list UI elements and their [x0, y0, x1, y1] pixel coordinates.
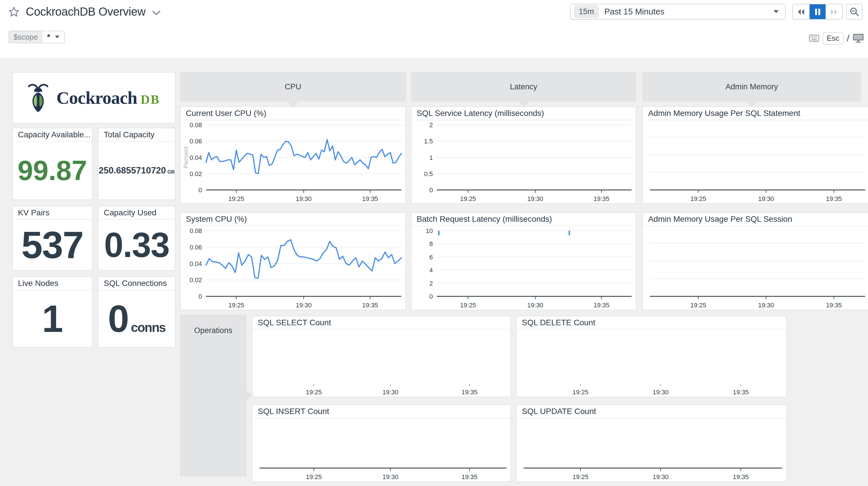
chart-title: Current User CPU (%) — [181, 107, 405, 120]
pause-icon — [814, 8, 821, 16]
chart-card-batch-request-latency[interactable]: Batch Request Latency (milliseconds) 246… — [411, 212, 636, 310]
chart-plot-sql-update-count[interactable]: 19:2519:3019:35 — [517, 418, 786, 481]
zoom-out-button[interactable] — [846, 4, 863, 20]
fast-forward-button[interactable] — [826, 4, 842, 19]
chart-title: SQL INSERT Count — [252, 405, 510, 418]
title-dropdown-chevron-icon[interactable] — [152, 10, 161, 16]
svg-text:19:25: 19:25 — [306, 473, 322, 481]
stat-value: 0 — [108, 297, 129, 341]
chart-plot-system-cpu[interactable]: 0.020.040.060.08019:2519:3019:35 — [181, 226, 405, 310]
chart-card-admin-memory-session[interactable]: Admin Memory Usage Per SQL Session 19:25… — [642, 212, 868, 310]
tv-mode-icon[interactable] — [853, 32, 864, 44]
chart-card-sql-delete-count[interactable]: SQL DELETE Count 19:2519:3019:35 — [516, 316, 787, 397]
svg-text:19:35: 19:35 — [826, 302, 842, 309]
svg-text:19:30: 19:30 — [653, 473, 669, 481]
stat-value: 250.6855710720 — [98, 165, 166, 176]
chart-plot-batch-request-latency[interactable]: 246810019:2519:3019:35 — [411, 226, 636, 310]
stat-unit: GB — [167, 169, 175, 175]
svg-text:19:35: 19:35 — [593, 302, 610, 309]
chart-title: System CPU (%) — [181, 213, 405, 226]
chart-title: SQL SELECT Count — [252, 316, 510, 330]
svg-text:0: 0 — [429, 293, 433, 300]
svg-text:0.04: 0.04 — [190, 154, 202, 161]
svg-text:0: 0 — [198, 293, 202, 300]
stat-card-kv-pairs[interactable]: KV Pairs 537 — [12, 206, 92, 270]
top-bar: CockroachDB Overview 15m Past 15 Minutes… — [0, 0, 868, 58]
stat-card-live-nodes[interactable]: Live Nodes 1 — [12, 277, 92, 347]
time-preset-badge: 15m — [574, 5, 599, 18]
chart-plot-admin-memory-statement[interactable]: 19:2519:3019:35 — [643, 120, 868, 203]
favorite-star-icon[interactable] — [8, 6, 19, 17]
chart-card-admin-memory-statement[interactable]: Admin Memory Usage Per SQL Statement 19:… — [642, 106, 868, 204]
chart-plot-sql-select-count[interactable]: 19:2519:3019:35 — [252, 330, 510, 397]
shortcut-hints: Esc / — [809, 31, 864, 46]
svg-text:8: 8 — [429, 240, 433, 248]
svg-text:0.02: 0.02 — [190, 277, 202, 284]
group-header-operations[interactable]: Operations — [180, 315, 246, 477]
time-range-select[interactable]: 15m Past 15 Minutes — [570, 4, 786, 20]
group-header-cpu[interactable]: CPU — [180, 72, 406, 102]
group-header-label: Latency — [510, 82, 537, 91]
svg-text:19:35: 19:35 — [733, 473, 749, 481]
stat-label: KV Pairs — [13, 206, 92, 220]
chart-card-sql-select-count[interactable]: SQL SELECT Count 19:2519:3019:35 — [252, 316, 511, 397]
chart-plot-sql-delete-count[interactable]: 19:2519:3019:35 — [517, 330, 786, 397]
svg-text:2: 2 — [429, 121, 433, 128]
svg-text:19:35: 19:35 — [593, 195, 610, 202]
svg-text:0.08: 0.08 — [190, 121, 202, 128]
svg-text:19:25: 19:25 — [690, 195, 706, 202]
svg-text:19:35: 19:35 — [362, 302, 378, 309]
svg-text:19:30: 19:30 — [758, 302, 774, 309]
svg-text:0: 0 — [429, 187, 433, 194]
chart-plot-admin-memory-session[interactable]: 19:2519:3019:35 — [643, 226, 868, 310]
stat-card-capacity-used[interactable]: Capacity Used 0.33 — [98, 206, 176, 270]
stat-label: Capacity Used — [98, 206, 175, 220]
svg-text:19:25: 19:25 — [228, 195, 244, 202]
stat-label: SQL Connections — [98, 277, 175, 290]
cockroachdb-logo-card[interactable]: CockroachDB — [12, 72, 176, 123]
stat-unit: conns — [131, 320, 165, 335]
stat-card-capacity-available[interactable]: Capacity Available... 99.87 — [12, 128, 92, 200]
time-range-label: Past 15 Minutes — [604, 7, 664, 17]
svg-text:Percent: Percent — [182, 147, 190, 169]
chart-card-sql-update-count[interactable]: SQL UPDATE Count 19:2519:3019:35 — [516, 404, 787, 482]
stat-card-total-capacity[interactable]: Total Capacity 250.6855710720GB — [98, 128, 176, 200]
scope-template-variable[interactable]: $scope * — [8, 31, 65, 44]
stat-value: 1 — [42, 297, 62, 341]
svg-text:19:35: 19:35 — [461, 473, 477, 481]
chart-title: SQL UPDATE Count — [517, 405, 786, 418]
svg-text:19:25: 19:25 — [690, 302, 706, 309]
svg-text:19:30: 19:30 — [758, 195, 774, 202]
page-title: CockroachDB Overview — [26, 5, 146, 18]
group-notch — [246, 390, 252, 401]
chart-card-current-user-cpu[interactable]: Current User CPU (%) 0.020.040.060.08019… — [180, 106, 406, 204]
stat-label: Capacity Available... — [13, 128, 92, 142]
chart-card-sql-insert-count[interactable]: SQL INSERT Count 19:2519:3019:35 — [252, 404, 511, 482]
chart-plot-sql-service-latency[interactable]: 0.511.52019:2519:3019:35 — [411, 120, 636, 203]
chart-plot-current-user-cpu[interactable]: 0.020.040.060.08019:2519:3019:35Percent — [181, 120, 405, 203]
esc-key-badge: Esc — [823, 32, 843, 45]
svg-text:19:25: 19:25 — [460, 302, 476, 309]
chart-card-sql-service-latency[interactable]: SQL Service Latency (milliseconds) 0.511… — [411, 106, 636, 204]
group-header-latency[interactable]: Latency — [411, 72, 636, 102]
svg-text:19:25: 19:25 — [460, 195, 476, 202]
shortcut-separator: / — [847, 33, 849, 44]
svg-text:0: 0 — [198, 187, 202, 194]
svg-text:19:35: 19:35 — [461, 389, 477, 396]
chart-plot-sql-insert-count[interactable]: 19:2519:3019:35 — [252, 418, 510, 481]
svg-text:1.5: 1.5 — [424, 138, 433, 145]
stat-card-sql-connections[interactable]: SQL Connections 0conns — [98, 277, 176, 347]
svg-text:6: 6 — [429, 254, 433, 261]
rewind-button[interactable] — [793, 4, 809, 19]
svg-text:0.04: 0.04 — [190, 260, 202, 267]
group-header-label: Admin Memory — [725, 82, 778, 91]
group-header-admin-memory[interactable]: Admin Memory — [642, 72, 861, 102]
logo-brand-text: Cockroach — [56, 88, 137, 108]
pause-button[interactable] — [809, 4, 826, 19]
svg-text:0.02: 0.02 — [190, 170, 202, 177]
cockroach-bug-icon — [27, 83, 49, 113]
stat-label: Total Capacity — [98, 128, 175, 142]
chart-card-system-cpu[interactable]: System CPU (%) 0.020.040.060.08019:2519:… — [180, 212, 406, 310]
zoom-out-icon — [849, 7, 859, 17]
svg-text:19:30: 19:30 — [527, 195, 543, 202]
